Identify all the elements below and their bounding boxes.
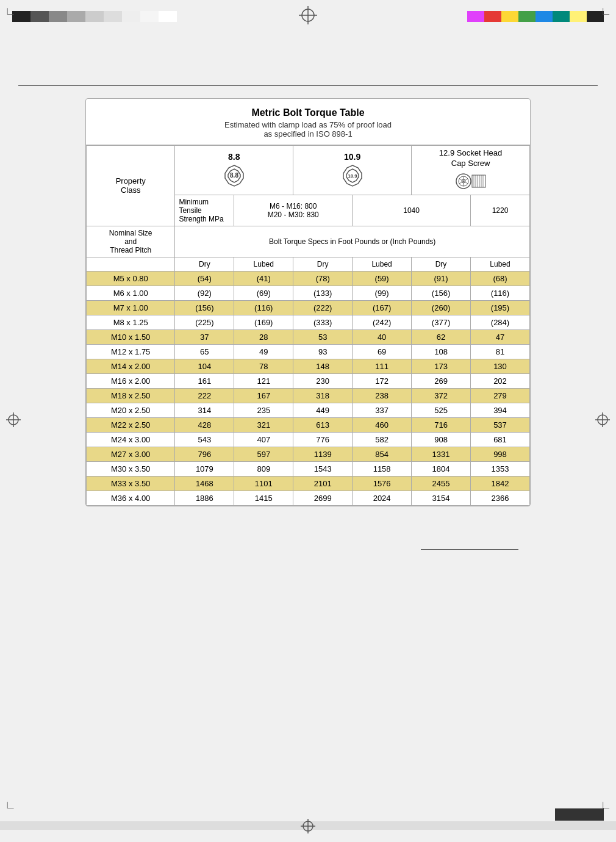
d109-cell: 93	[293, 344, 353, 359]
tensile-109-cell: 1040	[353, 195, 471, 226]
d129-cell: 3154	[412, 491, 471, 505]
top-color-strip-right	[467, 11, 604, 22]
d109-cell: 449	[293, 403, 353, 417]
corner-mark-tl: ∟	[5, 5, 16, 18]
bolt-icon-88: 8.8	[221, 163, 247, 189]
d129-cell: 908	[412, 432, 471, 447]
lubed-129-header: Lubed	[471, 257, 530, 271]
tensile-129-cell: 1220	[471, 195, 530, 226]
l109-cell: 40	[353, 329, 412, 344]
lubed-109-header: Lubed	[353, 257, 412, 271]
torque-data-table: Property Class 8.8 8.8	[86, 145, 530, 506]
d88-cell: (156)	[175, 300, 234, 315]
l109-cell: 460	[353, 417, 412, 432]
l88-cell: 809	[234, 461, 293, 476]
table-row: M18 x 2.50 222 167 318 238 372 279	[87, 388, 530, 403]
dry-109-header: Dry	[293, 257, 353, 271]
l129-cell: 279	[471, 388, 530, 403]
l88-cell: 407	[234, 432, 293, 447]
dry-lubed-header-row: Dry Lubed Dry Lubed Dry Lubed	[87, 257, 530, 271]
d109-cell: (78)	[293, 271, 353, 286]
bolt-icon-129	[455, 170, 487, 192]
l129-cell: 1353	[471, 461, 530, 476]
dry-88-header: Dry	[175, 257, 234, 271]
d109-cell: 230	[293, 373, 353, 388]
d88-cell: 1886	[175, 491, 234, 505]
size-cell: M5 x 0.80	[87, 271, 175, 286]
l109-cell: 854	[353, 447, 412, 461]
size-cell: M16 x 2.00	[87, 373, 175, 388]
table-row: M33 x 3.50 1468 1101 2101 1576 2455 1842	[87, 476, 530, 491]
d109-cell: 2101	[293, 476, 353, 491]
l109-cell: 1158	[353, 461, 412, 476]
d88-cell: 222	[175, 388, 234, 403]
torque-table-container: Metric Bolt Torque Table Estimated with …	[85, 98, 531, 506]
l109-cell: 111	[353, 359, 412, 373]
d109-cell: 2699	[293, 491, 353, 505]
table-subtitle1: Estimated with clamp load as 75% of proo…	[98, 120, 518, 129]
tensile-label-cell: Minimum TensileStrength MPa	[175, 195, 234, 226]
size-cell: M27 x 3.00	[87, 447, 175, 461]
d88-cell: 428	[175, 417, 234, 432]
reg-mark-top	[299, 6, 317, 27]
table-row: M7 x 1.00 (156) (116) (222) (167) (260) …	[87, 300, 530, 315]
d88-cell: 1079	[175, 461, 234, 476]
d109-cell: 1139	[293, 447, 353, 461]
d88-cell: 796	[175, 447, 234, 461]
l88-cell: 167	[234, 388, 293, 403]
table-main-title: Metric Bolt Torque Table	[98, 107, 518, 118]
l129-cell: 81	[471, 344, 530, 359]
tensile-88-cell: M6 - M16: 800M20 - M30: 830	[234, 195, 353, 226]
l129-cell: 394	[471, 403, 530, 417]
l109-cell: 238	[353, 388, 412, 403]
table-row: M6 x 1.00 (92) (69) (133) (99) (156) (11…	[87, 286, 530, 300]
l109-cell: 582	[353, 432, 412, 447]
d129-cell: 716	[412, 417, 471, 432]
l109-cell: (167)	[353, 300, 412, 315]
table-row: M10 x 1.50 37 28 53 40 62 47	[87, 329, 530, 344]
d129-cell: 173	[412, 359, 471, 373]
d129-cell: 62	[412, 329, 471, 344]
l129-cell: 202	[471, 373, 530, 388]
bolt-icon-109: 10.9	[340, 163, 365, 189]
l129-cell: (68)	[471, 271, 530, 286]
d88-cell: 543	[175, 432, 234, 447]
d109-cell: 318	[293, 388, 353, 403]
table-title-section: Metric Bolt Torque Table Estimated with …	[86, 99, 530, 145]
bottom-color-strip	[555, 808, 604, 821]
d129-cell: (377)	[412, 315, 471, 329]
d129-cell: 269	[412, 373, 471, 388]
table-row: M12 x 1.75 65 49 93 69 108 81	[87, 344, 530, 359]
d129-cell: 1804	[412, 461, 471, 476]
dry-129-header: Dry	[412, 257, 471, 271]
l129-cell: (195)	[471, 300, 530, 315]
l109-cell: 2024	[353, 491, 412, 505]
d129-cell: 2455	[412, 476, 471, 491]
l109-cell: 69	[353, 344, 412, 359]
table-row: M14 x 2.00 104 78 148 111 173 130	[87, 359, 530, 373]
bottom-signature-area	[85, 506, 531, 552]
d129-cell: (91)	[412, 271, 471, 286]
d88-cell: 37	[175, 329, 234, 344]
nominal-size-label: Nominal SizeandThread Pitch	[87, 226, 175, 257]
class-88-header: 8.8 8.8	[175, 146, 293, 195]
l88-cell: 1415	[234, 491, 293, 505]
l88-cell: 28	[234, 329, 293, 344]
l129-cell: 130	[471, 359, 530, 373]
d129-cell: 372	[412, 388, 471, 403]
top-color-strip-left	[12, 11, 177, 22]
size-cell: M12 x 1.75	[87, 344, 175, 359]
d129-cell: 525	[412, 403, 471, 417]
corner-mark-bl: ∟	[5, 799, 16, 811]
l129-cell: 537	[471, 417, 530, 432]
l88-cell: (169)	[234, 315, 293, 329]
corner-mark-tr: ∟	[600, 5, 611, 18]
d88-cell: 104	[175, 359, 234, 373]
d88-cell: 314	[175, 403, 234, 417]
size-cell: M8 x 1.25	[87, 315, 175, 329]
size-cell: M22 x 2.50	[87, 417, 175, 432]
l109-cell: (59)	[353, 271, 412, 286]
size-cell: M14 x 2.00	[87, 359, 175, 373]
l88-cell: 321	[234, 417, 293, 432]
class-129-header: 12.9 Socket Head Cap Screw	[412, 146, 530, 195]
